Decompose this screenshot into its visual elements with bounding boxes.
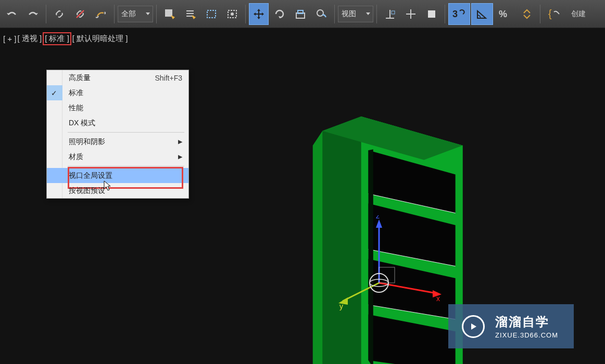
filter-dropdown[interactable]: 全部 — [118, 6, 153, 22]
move-button[interactable] — [249, 3, 269, 25]
watermark-url: ZIXUE.3D66.COM — [495, 331, 558, 339]
curve-editor-button[interactable]: { — [544, 3, 564, 25]
svg-rect-15 — [392, 11, 395, 14]
svg-point-7 — [231, 12, 234, 16]
menu-item-label: 材质 — [69, 152, 83, 162]
bind-button[interactable] — [91, 3, 111, 25]
svg-text:3: 3 — [452, 9, 458, 19]
menu-item-label: 性能 — [69, 103, 83, 113]
view-dropdown-label: 视图 — [342, 9, 356, 19]
angle-snap-button[interactable] — [471, 3, 493, 25]
view-dropdown[interactable]: 视图 — [338, 6, 373, 22]
svg-marker-35 — [376, 219, 382, 228]
menu-divider — [68, 132, 184, 133]
placement-button[interactable] — [311, 3, 331, 25]
transform-gizmo[interactable]: z x y — [337, 215, 452, 314]
viewport-shading-context-menu: 高质量 Shift+F3 ✓ 标准 性能 DX 模式 照明和阴影 ▶ 材质 ▶ … — [46, 70, 189, 199]
menu-item-standard[interactable]: ✓ 标准 — [47, 85, 188, 100]
coordinate-system-button[interactable] — [380, 3, 400, 25]
menu-item-label: 高质量 — [69, 73, 91, 83]
checkmark-icon: ✓ — [51, 89, 57, 97]
svg-text:{: { — [548, 8, 552, 19]
menu-item-materials[interactable]: 材质 ▶ — [47, 149, 188, 164]
menu-item-preview-by-view[interactable]: 按视图预设 — [47, 183, 188, 198]
menu-divider — [68, 166, 184, 166]
snap-3-button[interactable]: 3 — [448, 3, 470, 25]
spinner-snap-button[interactable] — [517, 3, 537, 25]
gizmo-z-label: z — [376, 215, 380, 220]
main-toolbar: 全部 视图 3 % — [0, 0, 605, 28]
chevron-right-icon: ▶ — [178, 138, 182, 145]
gizmo-y-label: y — [339, 302, 343, 310]
menu-item-performance[interactable]: 性能 — [47, 100, 188, 115]
main-viewport[interactable]: [ + ] [ 透视 ] [ 标准 ] [ 默认明暗处理 ] z x — [0, 28, 605, 364]
chevron-right-icon: ▶ — [178, 153, 182, 160]
viewport-shading-label[interactable]: [ 默认明暗处理 ] — [72, 34, 128, 44]
rotate-button[interactable] — [270, 3, 289, 25]
menu-item-shortcut: Shift+F3 — [155, 74, 182, 82]
create-button-label: 创建 — [571, 9, 586, 19]
menu-item-label: 按视图预设 — [69, 186, 105, 196]
viewport-perspective-label[interactable]: [ 透视 ] — [17, 34, 42, 44]
watermark-banner: 溜溜自学 ZIXUE.3D66.COM — [448, 304, 574, 348]
svg-rect-11 — [298, 10, 303, 14]
create-selection-set-button[interactable]: 创建 — [565, 3, 591, 25]
unlink-button[interactable] — [70, 3, 90, 25]
watermark-title: 溜溜自学 — [495, 314, 558, 330]
menu-item-high-quality[interactable]: 高质量 Shift+F3 — [47, 70, 188, 85]
svg-text:%: % — [499, 9, 507, 19]
select-button[interactable] — [160, 3, 180, 25]
menu-item-label: DX 模式 — [69, 119, 95, 128]
menu-item-dx-mode[interactable]: DX 模式 — [47, 115, 188, 131]
rectangular-selection-button[interactable] — [201, 3, 221, 25]
svg-line-0 — [77, 10, 84, 18]
menu-item-label: 视口全局设置 — [69, 171, 112, 180]
select-by-name-button[interactable] — [181, 3, 200, 25]
viewport-standard-label[interactable]: [ 标准 ] — [43, 32, 71, 45]
menu-item-lighting-shadows[interactable]: 照明和阴影 ▶ — [47, 134, 188, 149]
svg-rect-5 — [207, 10, 216, 18]
gizmo-x-label: x — [436, 294, 440, 303]
redo-button[interactable] — [23, 3, 43, 25]
undo-button[interactable] — [2, 3, 22, 25]
menu-item-label: 标准 — [69, 88, 83, 98]
svg-rect-18 — [428, 10, 435, 18]
play-icon — [462, 315, 485, 338]
transform-center-button[interactable] — [401, 3, 421, 25]
manipulate-button[interactable] — [422, 3, 442, 25]
scale-button[interactable] — [291, 3, 310, 25]
link-button[interactable] — [49, 3, 69, 25]
filter-dropdown-label: 全部 — [121, 9, 136, 19]
menu-item-viewport-global-settings[interactable]: 视口全局设置 — [47, 168, 188, 183]
menu-item-label: 照明和阴影 — [69, 137, 105, 147]
window-crossing-button[interactable] — [222, 3, 242, 25]
viewport-plus-label[interactable]: [ + ] — [3, 34, 16, 43]
percent-snap-button[interactable]: % — [494, 3, 516, 25]
viewport-label-bar: [ + ] [ 透视 ] [ 标准 ] [ 默认明暗处理 ] — [3, 32, 128, 45]
